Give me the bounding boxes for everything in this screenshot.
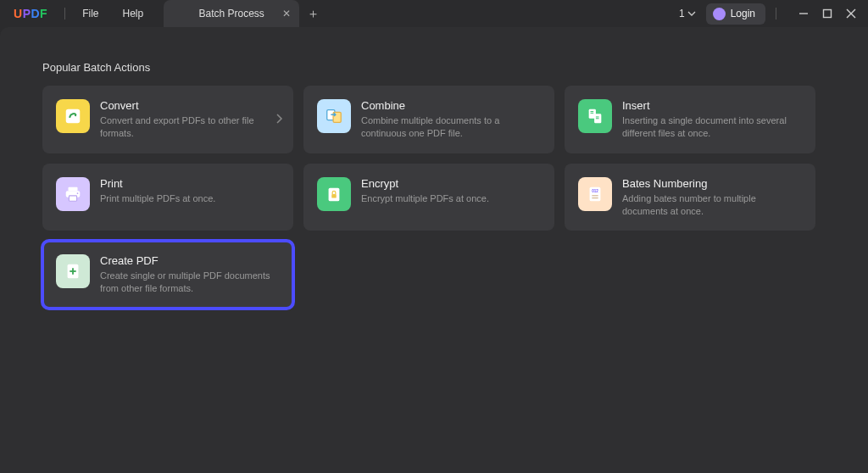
- menu-help[interactable]: Help: [111, 3, 156, 25]
- svg-point-16: [77, 192, 79, 194]
- header-controls: 1 Login: [674, 2, 863, 25]
- card-desc: Create single or multiple PDF documents …: [100, 270, 280, 295]
- svg-text:012: 012: [592, 189, 598, 193]
- separator: [776, 8, 776, 19]
- card-bates[interactable]: 012 Bates Numbering Adding bates number …: [565, 164, 815, 231]
- page-content: Popular Batch Actions Convert Convert an…: [0, 27, 868, 473]
- tab-title: Batch Process: [199, 8, 264, 19]
- chevron-right-icon: [275, 112, 283, 127]
- create-pdf-icon: [56, 254, 90, 288]
- card-encrypt[interactable]: Encrypt Encrypt multiple PDFs at once.: [303, 164, 554, 231]
- separator: [64, 8, 65, 19]
- card-title: Encrypt: [361, 177, 541, 190]
- card-desc: Combine multiple documents to a continuo…: [361, 114, 541, 140]
- card-title: Convert: [100, 99, 280, 112]
- card-desc: Print multiple PDFs at once.: [100, 192, 280, 205]
- print-icon: [56, 177, 90, 211]
- app-logo: UPDF: [0, 0, 59, 27]
- convert-icon: [56, 99, 90, 133]
- insert-icon: [578, 99, 612, 133]
- card-title: Create PDF: [100, 254, 280, 267]
- card-title: Insert: [622, 99, 802, 112]
- svg-rect-4: [66, 109, 81, 124]
- svg-rect-1: [824, 10, 832, 18]
- minimize-icon: [798, 8, 809, 19]
- login-button[interactable]: Login: [706, 3, 765, 25]
- card-desc: Inserting a single document into several…: [622, 114, 802, 140]
- tab-batch-process[interactable]: Batch Process ✕: [164, 0, 299, 27]
- card-desc: Encrypt multiple PDFs at once.: [361, 192, 541, 205]
- minimize-button[interactable]: [792, 2, 815, 25]
- menu-file[interactable]: File: [70, 3, 110, 25]
- login-label: Login: [731, 8, 755, 19]
- card-print[interactable]: Print Print multiple PDFs at once.: [42, 164, 293, 231]
- new-tab-button[interactable]: ＋: [299, 6, 326, 22]
- svg-rect-18: [331, 194, 337, 198]
- card-desc: Convert and export PDFs to other file fo…: [100, 114, 280, 140]
- card-desc: Adding bates number to multiple document…: [622, 192, 802, 218]
- card-grid: Convert Convert and export PDFs to other…: [42, 86, 826, 309]
- card-title: Bates Numbering: [622, 177, 802, 190]
- card-insert[interactable]: Insert Inserting a single document into …: [565, 86, 815, 153]
- bates-icon: 012: [578, 177, 612, 211]
- combine-icon: [317, 99, 351, 133]
- card-title: Combine: [361, 99, 541, 112]
- close-icon: [846, 8, 856, 19]
- avatar-icon: [713, 8, 726, 20]
- card-combine[interactable]: Combine Combine multiple documents to a …: [303, 86, 554, 153]
- close-button[interactable]: [839, 2, 863, 25]
- svg-rect-15: [69, 196, 76, 201]
- card-convert[interactable]: Convert Convert and export PDFs to other…: [42, 86, 293, 153]
- maximize-icon: [822, 8, 832, 19]
- encrypt-icon: [317, 177, 351, 211]
- count-value: 1: [679, 8, 685, 19]
- notification-count[interactable]: 1: [674, 4, 701, 23]
- svg-rect-13: [69, 186, 78, 191]
- tabbar: Batch Process ✕ ＋: [164, 0, 326, 27]
- titlebar: UPDF File Help Batch Process ✕ ＋ 1 Login: [0, 0, 868, 27]
- section-title: Popular Batch Actions: [42, 61, 826, 74]
- card-create-pdf[interactable]: Create PDF Create single or multiple PDF…: [42, 241, 293, 309]
- chevron-down-icon: [687, 9, 696, 18]
- close-icon[interactable]: ✕: [282, 8, 291, 19]
- maximize-button[interactable]: [815, 2, 839, 25]
- card-title: Print: [100, 177, 280, 190]
